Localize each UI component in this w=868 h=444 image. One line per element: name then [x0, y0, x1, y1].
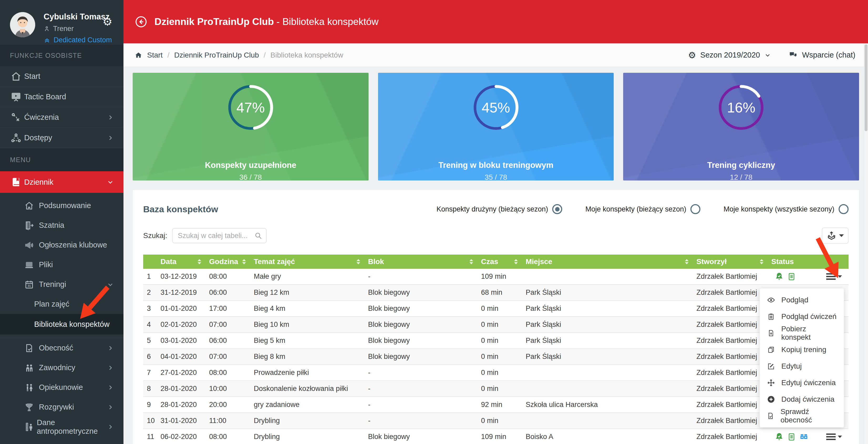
- column-header[interactable]: Godzina: [208, 255, 252, 269]
- table-row[interactable]: 9 28-01-2020 20:00 gry zadaniowe - 92 mi…: [143, 397, 848, 413]
- bell-check-icon[interactable]: [774, 272, 784, 281]
- row-actions-menu-button[interactable]: [826, 273, 842, 280]
- sidebar-item-podsumowanie[interactable]: Podsumowanie: [0, 196, 123, 216]
- menu-item-pobierz-konspekt[interactable]: Pobierz konspekt: [760, 325, 844, 341]
- menu-item-dodaj-cwiczenia[interactable]: Dodaj ćwiczenia: [760, 391, 844, 408]
- cell-stworzyl: Zdrzałek Bartłomiej: [695, 305, 770, 313]
- column-header[interactable]: [143, 255, 159, 269]
- sidebar-item-tactic-board[interactable]: Tactic Board: [0, 87, 123, 107]
- sidebar-item-dziennik[interactable]: Dziennik: [0, 171, 123, 193]
- sort-icon[interactable]: [197, 259, 201, 264]
- app-window: Cybulski Tomasz Trener Dedicated Custom …: [0, 0, 868, 444]
- cell-index: 6: [143, 353, 159, 361]
- sort-icon[interactable]: [514, 259, 518, 264]
- menu-item-edytuj[interactable]: Edytuj: [760, 358, 844, 374]
- document-icon[interactable]: [787, 272, 796, 281]
- avatar[interactable]: [10, 12, 35, 37]
- season-selector[interactable]: ⚙ Sezon 2019/2020: [688, 51, 771, 60]
- sort-icon[interactable]: [760, 259, 764, 264]
- chevron-right-icon: [107, 404, 114, 411]
- sort-icon[interactable]: [469, 259, 473, 264]
- cell-miejsce: Park Śląski: [524, 337, 695, 345]
- export-button[interactable]: [822, 227, 848, 244]
- back-icon[interactable]: [134, 15, 148, 28]
- cell-index: 5: [143, 337, 159, 345]
- column-header[interactable]: Czas: [479, 255, 524, 269]
- row-actions-menu-button[interactable]: [826, 434, 842, 440]
- breadcrumb-start[interactable]: Start: [147, 51, 163, 59]
- menu-item-podglad[interactable]: Podgląd: [760, 292, 844, 308]
- column-header[interactable]: Status: [770, 255, 848, 269]
- table-row[interactable]: 3 01-01-2020 17:00 Bieg 4 km Blok biegow…: [143, 301, 848, 317]
- settings-gear-icon[interactable]: ⚙: [102, 16, 113, 27]
- search-input[interactable]: [172, 228, 267, 243]
- sidebar: Cybulski Tomasz Trener Dedicated Custom …: [0, 0, 123, 444]
- progress-ring: 45%: [472, 84, 520, 131]
- sidebar-item-rozgrywki[interactable]: Rozgrywki: [0, 397, 123, 417]
- hamburger-icon: [826, 434, 836, 440]
- menu-item-sprawdz-obecnosc[interactable]: Sprawdź obecność: [760, 408, 844, 424]
- cell-data: 03-12-2019: [159, 273, 208, 281]
- progress-ring: 47%: [227, 84, 274, 131]
- cell-temat: Drybling: [252, 417, 367, 425]
- konspekty-table: Data Godzina Temat zajęć Blok: [143, 255, 848, 444]
- column-header[interactable]: Data: [159, 255, 208, 269]
- svg-text:31: 31: [28, 284, 31, 287]
- filter-radio[interactable]: Konspekty drużyny (bieżący sezon): [436, 204, 562, 214]
- sidebar-item-cwiczenia[interactable]: Ćwiczenia: [0, 107, 123, 128]
- table-row[interactable]: 2 31-12-2019 06:00 Bieg 12 km Blok biego…: [143, 285, 848, 301]
- scrollbar-thumb[interactable]: [865, 44, 867, 131]
- sidebar-item-obecnosc[interactable]: Obecność: [0, 338, 123, 358]
- scrollbar[interactable]: [864, 43, 868, 444]
- cell-temat: Małe gry: [252, 273, 367, 281]
- sidebar-item-szatnia[interactable]: Szatnia: [0, 216, 123, 235]
- strategy-icon: [10, 112, 24, 123]
- sort-icon[interactable]: [242, 259, 246, 264]
- export-icon: [827, 231, 836, 241]
- sidebar-item-treningi[interactable]: 31 Treningi: [0, 275, 123, 294]
- sidebar-item-zawodnicy[interactable]: Zawodnicy: [0, 358, 123, 378]
- column-header[interactable]: Stworzył: [695, 255, 770, 269]
- document-icon[interactable]: [787, 433, 796, 441]
- cell-temat: Drybling: [252, 433, 367, 441]
- sort-icon[interactable]: [685, 259, 688, 264]
- filter-radios: Konspekty drużyny (bieżący sezon) Moje k…: [436, 204, 848, 214]
- user-plan[interactable]: Dedicated Custom: [43, 36, 123, 44]
- table-row[interactable]: 1 03-12-2019 08:00 Małe gry - 109 min Zd…: [143, 269, 848, 285]
- sidebar-item-plan-zajec[interactable]: Plan zajęć: [0, 294, 123, 314]
- sidebar-item-dostepy[interactable]: Dostępy: [0, 128, 123, 148]
- support-chat-button[interactable]: Wsparcie (chat): [788, 51, 856, 60]
- stat-card-blok-treningowy: 45% Trening w bloku treningowym 35 / 78: [378, 73, 614, 181]
- table-row[interactable]: 7 27-01-2020 08:00 Prowadzenie piłki - 0…: [143, 365, 848, 381]
- table-row[interactable]: 4 02-01-2020 07:00 Bieg 10 km Blok biego…: [143, 317, 848, 333]
- sort-icon[interactable]: [356, 259, 360, 264]
- filter-radio[interactable]: Moje konspekty (wszystkie sezony): [723, 204, 848, 214]
- column-header[interactable]: Temat zajęć: [252, 255, 367, 269]
- sidebar-item-pliki[interactable]: Pliki: [0, 255, 123, 275]
- column-header[interactable]: Blok: [367, 255, 479, 269]
- files-drive-icon: [24, 260, 39, 270]
- home-icon[interactable]: [134, 51, 143, 59]
- sidebar-item-start[interactable]: Start: [0, 66, 123, 87]
- column-header[interactable]: Miejsce: [524, 255, 695, 269]
- cell-blok: Blok biegowy: [367, 288, 479, 296]
- cell-stworzyl: Zdrzałek Bartłomiej: [695, 369, 770, 377]
- trophy-icon: [24, 402, 39, 412]
- bell-check-icon[interactable]: [774, 432, 784, 442]
- filter-radio[interactable]: Moje konspekty (bieżący sezon): [585, 204, 701, 214]
- table-row[interactable]: 10 31-01-2020 11:00 Drybling - 0 min Zdr…: [143, 413, 848, 429]
- sidebar-item-biblioteka-konspektow[interactable]: Biblioteka konspektów: [0, 314, 123, 335]
- sidebar-item-opiekunowie[interactable]: Opiekunowie: [0, 378, 123, 397]
- sidebar-item-dane-antropometryczne[interactable]: Dane antropometryczne: [0, 417, 123, 437]
- table-row[interactable]: 11 06-02-2020 08:00 Drybling Blok biegow…: [143, 429, 848, 444]
- attendance-page-check-icon: [24, 343, 39, 353]
- menu-item-edytuj-cwiczenia[interactable]: Edytuj ćwiczenia: [760, 374, 844, 391]
- menu-item-kopiuj-trening[interactable]: Kopiuj trening: [760, 341, 844, 358]
- sidebar-item-ogloszenia[interactable]: Ogłoszenia klubowe: [0, 235, 123, 255]
- table-row[interactable]: 6 04-01-2020 07:00 Bieg 8 km Blok biegow…: [143, 349, 848, 365]
- breadcrumb-dziennik[interactable]: Dziennik ProTrainUp Club: [174, 51, 259, 59]
- table-row[interactable]: 5 03-01-2020 06:00 Bieg 5 km Blok biegow…: [143, 333, 848, 349]
- menu-item-podglad-cwiczen[interactable]: Podgląd ćwiczeń: [760, 308, 844, 325]
- training-blocks-icon[interactable]: [799, 432, 809, 442]
- table-row[interactable]: 8 28-01-2020 10:00 Doskonalenie kozłowan…: [143, 381, 848, 397]
